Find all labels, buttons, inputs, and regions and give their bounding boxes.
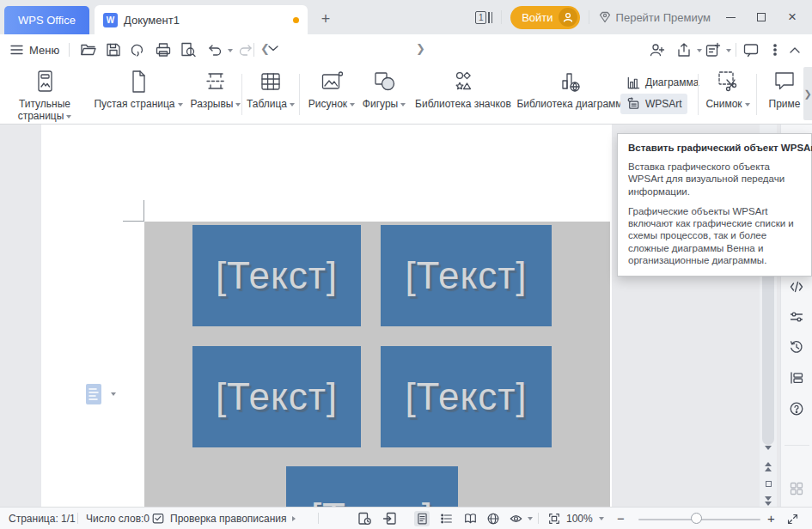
apps-grid-icon[interactable] [789, 481, 804, 496]
task-list-icon[interactable] [705, 42, 722, 58]
avatar [559, 8, 577, 27]
print-icon[interactable] [155, 42, 172, 58]
ribbon-cover-pages[interactable]: Титульные страницы [5, 69, 84, 123]
redo-icon [237, 42, 254, 58]
tooltip-body: Вставка графического объекта WPSArt для … [628, 161, 801, 198]
save-icon[interactable] [105, 42, 122, 58]
ribbon: Титульные страницы Пустая страница Разры… [0, 65, 812, 125]
placeholder-text: [Текст] [311, 496, 433, 507]
quick-tool-icon[interactable] [130, 42, 147, 58]
tabs-scroll-left-icon[interactable]: ❮ [260, 42, 270, 55]
navigation-pane-icon[interactable] [789, 370, 804, 386]
undo-dropdown-icon[interactable] [228, 49, 233, 52]
smartart-text-box[interactable]: [Текст] [286, 466, 458, 507]
jump-to-edit-icon[interactable] [382, 511, 398, 526]
chart-icon [626, 76, 640, 90]
ribbon-table[interactable]: Таблица [246, 69, 296, 111]
scrollbar-thumb[interactable] [762, 264, 774, 445]
ribbon-expand-icon[interactable]: ❯ [803, 67, 812, 120]
history-icon[interactable] [789, 339, 804, 355]
open-folder-icon[interactable] [80, 42, 97, 58]
previous-page-icon[interactable] [760, 459, 777, 473]
word-count[interactable]: Число слов:0 [86, 513, 150, 525]
next-page-icon[interactable] [760, 494, 777, 507]
page-tools-button[interactable] [84, 383, 116, 405]
more-options-icon[interactable] [766, 42, 784, 58]
share-icon[interactable] [675, 42, 693, 58]
writer-doc-icon: W [103, 13, 118, 27]
view-outline-button[interactable] [439, 511, 455, 526]
code-icon[interactable] [789, 279, 804, 295]
fit-page-button[interactable] [546, 511, 562, 526]
smartart-text-box[interactable]: [Текст] [192, 346, 361, 447]
comment-icon[interactable] [742, 42, 760, 58]
ribbon-chart[interactable]: Диаграмма [620, 72, 704, 93]
share-user-icon[interactable] [649, 42, 666, 58]
share-dropdown-icon[interactable] [697, 49, 702, 52]
cover-page-icon [32, 69, 58, 94]
view-dropdown-icon[interactable] [528, 517, 533, 520]
shapes-icon [371, 69, 397, 94]
divider [77, 513, 78, 524]
table-icon [258, 69, 284, 94]
ribbon-picture[interactable]: Рисунок [304, 69, 359, 111]
menu-button[interactable]: Меню [10, 41, 59, 58]
zoom-level[interactable]: 100% [566, 513, 593, 525]
view-web-button[interactable] [485, 511, 501, 526]
ribbon-diagram-library[interactable]: Библиотека диаграмм [517, 69, 622, 111]
ribbon-wpsart[interactable]: WPSArt [620, 94, 687, 114]
picture-icon [319, 69, 345, 94]
print-preview-icon[interactable] [180, 42, 197, 58]
menu-label: Меню [29, 44, 59, 57]
ribbon-separator [698, 74, 699, 115]
help-icon[interactable] [789, 401, 804, 417]
settings-sliders-icon[interactable] [789, 309, 804, 325]
fullscreen-button[interactable] [785, 511, 800, 526]
ribbon-shapes[interactable]: Фигуры [361, 69, 407, 111]
ribbon-icon-library[interactable]: Библиотека значков [411, 69, 516, 111]
premium-button[interactable]: Перейти Премиум [598, 10, 711, 24]
window-arrange-button[interactable]: 1 [475, 11, 492, 24]
document-tab[interactable]: W Документ1 [95, 5, 308, 34]
spellcheck-icon [151, 512, 165, 526]
login-button[interactable]: Войти [510, 6, 579, 29]
close-button[interactable]: × [781, 6, 803, 28]
maximize-button[interactable] [750, 6, 772, 28]
ribbon-comment[interactable]: Приме [763, 69, 806, 111]
divider [589, 10, 589, 24]
ribbon-separator [241, 74, 242, 115]
sidebar-divider [785, 445, 809, 446]
zoom-out-button[interactable]: − [617, 511, 625, 526]
view-page-button[interactable] [414, 511, 430, 526]
task-dropdown-icon[interactable] [726, 49, 731, 52]
view-eye-button[interactable] [508, 511, 523, 526]
zoom-dropdown-icon[interactable] [599, 517, 604, 520]
ribbon-screenshot[interactable]: Снимок [703, 69, 753, 111]
scroll-down-icon[interactable] [760, 441, 777, 454]
maximize-icon [757, 13, 766, 21]
tabs-scroll-right-icon[interactable]: ❯ [416, 42, 425, 55]
view-book-button[interactable] [462, 511, 478, 526]
document-history-icon[interactable] [357, 511, 372, 526]
diagram-library-icon [557, 69, 583, 94]
minimize-button[interactable] [719, 6, 742, 28]
ribbon-breaks[interactable]: Разрывы [191, 69, 241, 111]
ribbon-blank-page[interactable]: Пустая страница [89, 69, 187, 111]
outline-view-icon [440, 512, 454, 526]
collapse-ribbon-icon[interactable] [786, 42, 803, 58]
status-bar: Страница: 1/1 Число слов:0 Проверка прав… [0, 507, 812, 529]
zoom-in-button[interactable]: + [767, 511, 775, 526]
undo-icon[interactable] [206, 42, 223, 58]
spellcheck-expand-icon[interactable] [292, 516, 296, 521]
select-browse-object-icon[interactable] [760, 477, 777, 490]
page-check-icon [84, 383, 103, 405]
zoom-slider-handle[interactable] [691, 513, 702, 524]
spellcheck-label[interactable]: Проверка правописания [170, 513, 287, 525]
new-tab-button[interactable]: + [316, 9, 335, 28]
smartart-text-box[interactable]: [Текст] [381, 346, 552, 447]
smartart-text-box[interactable]: [Текст] [381, 225, 552, 326]
blank-page-icon [125, 69, 151, 94]
wps-office-button[interactable]: WPS Office [4, 6, 89, 34]
divider [69, 43, 70, 57]
smartart-text-box[interactable]: [Текст] [192, 225, 361, 326]
